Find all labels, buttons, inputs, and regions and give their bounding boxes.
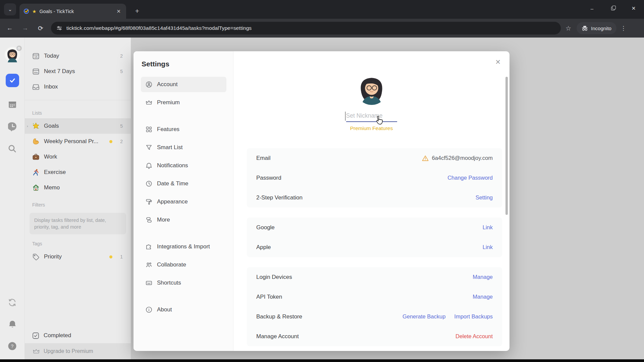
filters-header: Filters	[25, 195, 131, 210]
account-section-card: GoogleLinkAppleLink	[247, 218, 502, 257]
minimize-button[interactable]: –	[582, 0, 602, 17]
sidebar-list-goals[interactable]: ›Goals5	[25, 118, 131, 134]
browser-menu-icon[interactable]: ⋮	[621, 25, 627, 32]
close-window-button[interactable]: ✕	[623, 0, 644, 17]
window-controls: – ✕	[582, 0, 644, 17]
account-avatar[interactable]	[356, 73, 387, 105]
sidebar-divider	[25, 100, 131, 100]
help-icon[interactable]: ?	[8, 342, 17, 351]
settings-nav-label: Collaborate	[157, 261, 186, 268]
tags-header: Tags	[25, 234, 131, 249]
action-link-setting[interactable]: Setting	[476, 194, 493, 201]
tab-title-star-icon: ★	[32, 9, 37, 14]
sync-icon[interactable]	[8, 298, 17, 307]
nickname-input[interactable]: Set Nickname	[346, 112, 397, 122]
restore-button[interactable]	[602, 0, 623, 17]
settings-nav-more[interactable]: More	[141, 212, 226, 228]
settings-nav-shortcuts[interactable]: Shortcuts	[141, 275, 226, 291]
tab-close-icon[interactable]: ✕	[115, 8, 122, 15]
incognito-label: Incognito	[591, 25, 611, 31]
settings-account-panel: ✕ Set Nickname Premium Features Email6a4…	[233, 51, 509, 351]
settings-nav-integrations-import[interactable]: Integrations & Import	[141, 239, 226, 254]
sidebar-item-inbox[interactable]: Inbox	[25, 79, 131, 95]
action-link-delete-account[interactable]: Delete Account	[455, 333, 493, 340]
lists-header: Lists	[25, 104, 131, 118]
settings-nav-account[interactable]: Account	[141, 77, 226, 92]
back-icon: ←	[7, 24, 13, 32]
bookmark-star-icon[interactable]: ☆	[566, 24, 571, 32]
sidebar-list-exercise[interactable]: Exercise	[25, 165, 131, 180]
settings-nav-about[interactable]: About	[141, 302, 226, 317]
tab-search-button[interactable]: ⌄	[4, 3, 16, 15]
settings-nav-smart-list[interactable]: Smart List	[141, 140, 226, 155]
settings-nav-label: About	[157, 306, 172, 313]
modal-close-icon[interactable]: ✕	[495, 58, 501, 66]
pomodoro-nav-icon[interactable]	[8, 122, 17, 131]
search-icon[interactable]	[8, 144, 17, 153]
modal-scrollbar[interactable]	[505, 77, 508, 215]
action-link-change-password[interactable]: Change Password	[447, 175, 493, 181]
upgrade-premium-button[interactable]: Upgrade to Premium	[25, 343, 131, 359]
house-icon	[32, 184, 40, 191]
row-label: Email	[256, 155, 271, 162]
reload-button[interactable]: ⟳	[35, 22, 46, 34]
settings-nav-collaborate[interactable]: Collaborate	[141, 257, 226, 273]
settings-nav-premium[interactable]: Premium	[141, 95, 226, 110]
user-avatar[interactable]: ⚙	[5, 47, 20, 62]
list-item-label: Priority	[44, 253, 105, 260]
forward-button[interactable]: →	[19, 22, 31, 34]
row-actions: Setting	[476, 194, 493, 201]
action-link-import-backups[interactable]: Import Backups	[454, 313, 493, 320]
nav-group-gap	[141, 293, 226, 302]
sidebar-tag-priority[interactable]: Priority1	[25, 249, 131, 264]
action-link-manage[interactable]: Manage	[473, 294, 493, 300]
back-button[interactable]: ←	[4, 22, 15, 34]
notifications-bell-icon[interactable]	[8, 320, 17, 329]
list-item-label: Today	[44, 53, 116, 59]
email-value: 6a4cf526@moodjoy.com	[422, 155, 493, 161]
action-link-link[interactable]: Link	[483, 244, 493, 250]
sidebar-item-completed[interactable]: Completed	[25, 328, 131, 343]
warning-icon	[422, 155, 429, 161]
settings-modal: Settings AccountPremiumFeaturesSmart Lis…	[133, 51, 509, 351]
row-actions: Generate BackupImport Backups	[402, 313, 493, 320]
settings-nav-notifications[interactable]: Notifications	[141, 158, 226, 173]
funnel-icon	[146, 144, 152, 151]
item-count: 1	[120, 254, 123, 259]
sidebar-item-next-7-days[interactable]: WeNext 7 Days5	[25, 64, 131, 79]
sidebar-list-memo[interactable]: Memo	[25, 180, 131, 195]
roller-icon	[146, 198, 152, 205]
left-rail: ⚙ ?	[0, 38, 25, 359]
row-label: Password	[256, 175, 281, 181]
settings-nav-date-time[interactable]: Date & Time	[141, 176, 226, 191]
bell-icon	[146, 162, 152, 169]
text-caret	[345, 112, 346, 121]
action-link-generate-backup[interactable]: Generate Backup	[402, 313, 445, 320]
action-link-manage[interactable]: Manage	[473, 274, 493, 280]
sidebar-list-weekly-personal-pr[interactable]: Weekly Personal Pr...2	[25, 134, 131, 149]
account-row-apple: AppleLink	[247, 237, 502, 257]
settings-nav-label: Features	[157, 126, 179, 133]
new-tab-button[interactable]: +	[132, 6, 142, 16]
premium-features-link[interactable]: Premium Features	[233, 125, 509, 131]
crown-icon	[146, 99, 152, 106]
tasks-nav-icon[interactable]	[6, 74, 19, 87]
expand-chevron-icon[interactable]: ›	[27, 124, 28, 128]
action-link-link[interactable]: Link	[483, 224, 493, 231]
row-actions: 6a4cf526@moodjoy.com	[422, 155, 493, 161]
calendar-nav-icon[interactable]	[8, 100, 17, 109]
biceps-icon	[32, 138, 40, 145]
settings-nav-features[interactable]: Features	[141, 122, 226, 137]
window-bottom-edge	[0, 359, 644, 362]
grid-icon	[146, 126, 152, 133]
tag-icon	[32, 253, 40, 260]
sidebar-list-work[interactable]: Work	[25, 149, 131, 165]
item-count: 5	[120, 69, 123, 74]
settings-nav-appearance[interactable]: Appearance	[141, 194, 226, 209]
browser-tab[interactable]: ★ Goals - TickTick ✕	[19, 4, 126, 19]
sidebar-item-today[interactable]: 15Today2	[25, 48, 131, 64]
url-bar[interactable]: ticktick.com/webapp/#g/68f080f03a85c14af…	[51, 22, 561, 35]
site-settings-icon[interactable]	[56, 25, 62, 31]
incognito-badge: Incognito	[577, 22, 616, 34]
list-item-label: Goals	[44, 123, 116, 129]
